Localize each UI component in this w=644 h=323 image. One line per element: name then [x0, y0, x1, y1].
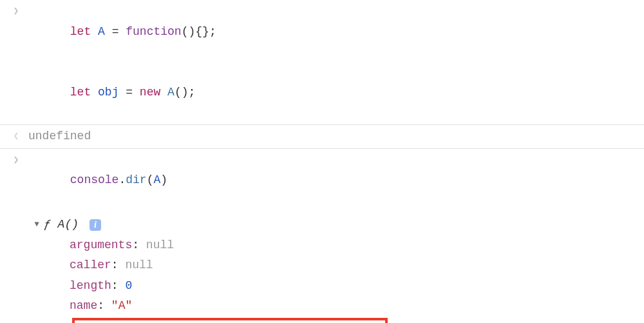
chevron-right-icon: ❯ [14, 152, 19, 168]
identifier-A: A [98, 25, 105, 38]
prop-value: null [146, 235, 174, 256]
prop-length[interactable]: ▶ length: 0 [31, 276, 644, 297]
code-block-2[interactable]: console.dir(A) [26, 150, 644, 211]
prop-key: name [70, 296, 97, 317]
console-input-row-2: ❯ console.dir(A) [0, 149, 644, 213]
input-chevron: ❯ [6, 1, 26, 19]
function-f-glyph: ƒ [44, 215, 51, 235]
prop-name[interactable]: ▶ name: "A" [31, 296, 644, 317]
prop-key: length [70, 276, 111, 297]
code-block-1[interactable]: let A = function(){}; let obj = new A(); [26, 1, 644, 123]
call-A: A [167, 86, 175, 99]
prop-arguments[interactable]: ▶ arguments: null [31, 235, 644, 256]
keyword-new: new [140, 86, 160, 99]
prop-value: null [125, 255, 153, 276]
keyword-let: let [70, 86, 91, 99]
info-icon[interactable]: i [90, 219, 101, 231]
arg-A: A [153, 173, 160, 186]
prop-caller[interactable]: ▶ caller: null [31, 255, 644, 276]
keyword-function: function [126, 25, 181, 38]
undefined-value: undefined [28, 130, 91, 142]
console-object: console [70, 173, 119, 186]
chevron-left-icon: ❮ [14, 128, 19, 144]
chevron-right-icon: ❯ [14, 3, 19, 19]
input-chevron: ❯ [6, 150, 26, 168]
console-output-row-2: ▼ ƒ A() i ▶ arguments: null ▶ caller: nu… [0, 212, 644, 323]
output-chevron: ❮ [6, 126, 26, 144]
function-signature: A() [51, 215, 86, 235]
highlight-box: ▼ prototype: ▶ constructor: ƒ () ▶ __pro… [72, 318, 388, 324]
console-output-row-1: ❮ undefined [0, 124, 644, 149]
object-tree: ▼ ƒ A() i ▶ arguments: null ▶ caller: nu… [26, 213, 644, 323]
disclosure-triangle-down-icon[interactable]: ▼ [31, 218, 43, 231]
prop-value: 0 [125, 276, 132, 297]
identifier-obj: obj [98, 86, 118, 99]
prop-value: "A" [111, 296, 132, 317]
prop-key: arguments [70, 235, 132, 256]
prop-key: caller [70, 255, 111, 276]
console-input-row-1: ❯ let A = function(){}; let obj = new A(… [0, 0, 644, 124]
tree-head[interactable]: ▼ ƒ A() i [31, 215, 644, 235]
keyword-let: let [70, 25, 91, 38]
dir-method: dir [126, 173, 146, 186]
